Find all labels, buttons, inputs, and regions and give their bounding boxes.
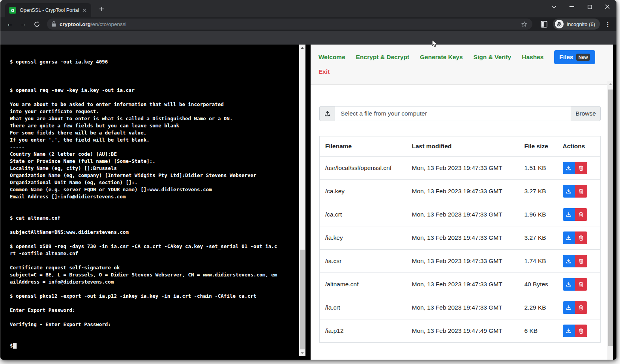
download-icon [566, 328, 571, 334]
incognito-icon [554, 19, 564, 29]
nav-tab[interactable]: Sign & Verify [474, 54, 511, 61]
browse-button[interactable]: Browse [571, 106, 601, 121]
terminal-line [10, 65, 299, 73]
tab-files-active[interactable]: FilesNew [554, 50, 595, 64]
cell-file-size: 40 Bytes [519, 273, 557, 296]
terminal-line: $ openssl x509 -req -days 730 -in ia.csr… [10, 243, 299, 250]
table-row: /ca.crt Mon, 13 Feb 2023 19:47:33 GMT 1.… [320, 203, 601, 226]
nav-tab[interactable]: Welcome [318, 54, 345, 61]
delete-button[interactable] [575, 301, 587, 314]
download-icon [566, 282, 571, 287]
terminal-scrollbar[interactable] [299, 45, 305, 356]
cell-last-modified: Mon, 13 Feb 2023 19:47:33 GMT [406, 250, 519, 273]
nav-tab[interactable]: Generate Keys [420, 54, 463, 61]
trash-icon [579, 328, 584, 334]
download-button[interactable] [563, 255, 575, 267]
tab-title: OpenSSL - CrypTool Portal [20, 7, 81, 13]
table-header-row: Filename Last modified File size Actions [320, 136, 601, 157]
terminal[interactable]: $ openssl genrsa -out ia.key 4096$ opens… [4, 45, 299, 360]
terminal-line: $ cat altname.cnf [10, 215, 299, 222]
trash-icon [579, 282, 584, 287]
side-panel-icon[interactable] [539, 19, 549, 29]
terminal-line: You are about to be asked to enter infor… [10, 101, 299, 108]
cell-last-modified: Mon, 13 Feb 2023 19:47:33 GMT [406, 226, 519, 250]
cell-last-modified: Mon, 13 Feb 2023 19:47:33 GMT [406, 273, 519, 296]
cell-filename: /altname.cnf [320, 273, 406, 296]
new-tab-button[interactable] [97, 4, 106, 13]
delete-button[interactable] [575, 231, 587, 244]
terminal-line: If you enter '.', the field will be left… [10, 136, 299, 144]
terminal-line [10, 328, 299, 335]
nav-tab[interactable]: Hashes [522, 54, 543, 61]
terminal-line: rt -extfile altname.cnf [10, 250, 299, 257]
cell-filename: /ca.crt [320, 203, 406, 226]
terminal-line: State or Province Name (full name) [Some… [10, 158, 299, 165]
scroll-up-icon[interactable] [607, 81, 614, 87]
terminal-line [10, 314, 299, 321]
incognito-badge: Incognito (6) [553, 19, 600, 30]
terminal-line: ailAddress = info@didierstevens.com [10, 278, 299, 286]
cell-last-modified: Mon, 13 Feb 2023 19:47:33 GMT [406, 157, 519, 180]
nav-tab[interactable]: Encrypt & Decrypt [356, 54, 409, 61]
download-button[interactable] [563, 278, 575, 291]
chevron-down-icon[interactable] [551, 4, 557, 9]
lock-icon [52, 21, 56, 27]
terminal-line [10, 94, 299, 101]
download-button[interactable] [563, 185, 575, 198]
header-last-modified: Last modified [406, 136, 519, 157]
browser-tab[interactable]: α OpenSSL - CrypTool Portal [5, 3, 91, 17]
cell-file-size: 1.96 KB [519, 203, 557, 226]
terminal-line: $ openssl genrsa -out ia.key 4096 [10, 58, 299, 65]
panel-scrollbar[interactable] [607, 81, 613, 360]
terminal-line: Certificate request self-signature ok [10, 264, 299, 271]
download-button[interactable] [563, 231, 575, 244]
cell-file-size: 1.51 KB [519, 157, 557, 180]
cell-file-size: 3.27 KB [519, 226, 557, 250]
delete-button[interactable] [575, 255, 587, 267]
terminal-line: ----- [10, 144, 299, 151]
delete-button[interactable] [575, 208, 587, 221]
close-button[interactable] [605, 4, 610, 9]
maximize-button[interactable] [587, 4, 592, 9]
tab-close-icon[interactable] [81, 7, 88, 14]
address-bar[interactable]: cryptool.org/en/cto/openssl [47, 19, 532, 30]
kebab-menu-icon[interactable]: ⋮ [604, 21, 612, 28]
forward-button[interactable]: → [19, 19, 28, 29]
terminal-line: into your certificate request. [10, 108, 299, 115]
terminal-line [10, 200, 299, 207]
download-icon [566, 258, 571, 264]
cryptool-panel: WelcomeEncrypt & DecryptGenerate KeysSig… [311, 45, 613, 360]
delete-button[interactable] [575, 325, 587, 337]
reload-button[interactable] [32, 19, 41, 29]
cell-filename: /ia.csr [320, 250, 406, 273]
browser-toolbar: ← → cryptool.org/en/cto/openssl [0, 17, 616, 31]
delete-button[interactable] [575, 278, 587, 291]
url-path: /en/cto/openssl [91, 21, 127, 27]
terminal-line [10, 335, 299, 342]
trash-icon [579, 258, 584, 264]
terminal-scrollbar-thumb[interactable] [300, 250, 305, 349]
terminal-line: Email Address []:info@didierstevens.com [10, 193, 299, 200]
download-button[interactable] [563, 325, 575, 337]
delete-button[interactable] [575, 185, 587, 198]
scroll-down-icon[interactable] [299, 350, 305, 356]
files-content: Browse Filename Last modified File size … [311, 85, 613, 343]
download-button[interactable] [563, 162, 575, 174]
terminal-line: Country Name (2 letter code) [AU]:BE [10, 151, 299, 158]
minimize-button[interactable] [569, 4, 575, 9]
panel-scrollbar-thumb[interactable] [608, 90, 613, 346]
tab-exit[interactable]: Exit [318, 68, 330, 75]
cell-last-modified: Mon, 13 Feb 2023 19:47:33 GMT [406, 203, 519, 226]
window-controls [551, 1, 610, 13]
download-button[interactable] [563, 208, 575, 221]
cell-file-size: 2.29 KB [519, 296, 557, 319]
bookmark-star-icon[interactable] [521, 21, 528, 28]
back-button[interactable]: ← [5, 19, 15, 29]
scroll-up-icon[interactable] [299, 45, 305, 51]
delete-button[interactable] [575, 162, 587, 174]
terminal-line: subjectAltName=DNS:www.didierstevens.com [10, 229, 299, 236]
nav-area: WelcomeEncrypt & DecryptGenerate KeysSig… [311, 45, 613, 85]
terminal-line: For some fields there will be a default … [10, 129, 299, 136]
file-select-input[interactable] [335, 106, 571, 121]
download-button[interactable] [563, 301, 575, 314]
